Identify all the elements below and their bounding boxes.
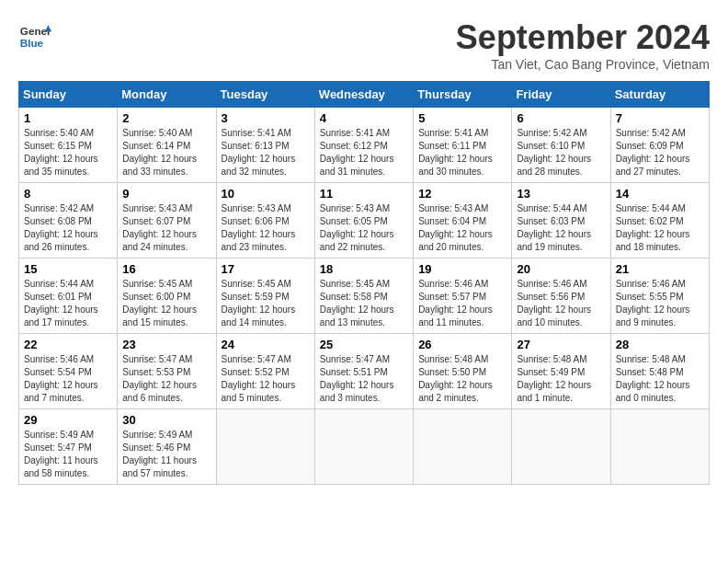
day-number: 27 (517, 338, 605, 351)
table-row (512, 409, 610, 485)
day-number: 25 (320, 338, 408, 351)
day-number: 5 (418, 111, 506, 125)
day-info: Sunrise: 5:44 AM Sunset: 6:03 PM Dayligh… (517, 202, 605, 254)
table-row: 28Sunrise: 5:48 AM Sunset: 5:48 PM Dayli… (610, 334, 709, 409)
table-row: 6Sunrise: 5:42 AM Sunset: 6:10 PM Daylig… (512, 108, 610, 183)
table-row: 20Sunrise: 5:46 AM Sunset: 5:56 PM Dayli… (512, 259, 610, 334)
day-number: 16 (122, 262, 210, 276)
table-row: 7Sunrise: 5:42 AM Sunset: 6:09 PM Daylig… (610, 108, 709, 183)
calendar-table: Sunday Monday Tuesday Wednesday Thursday… (18, 81, 710, 485)
day-info: Sunrise: 5:47 AM Sunset: 5:51 PM Dayligh… (320, 353, 408, 405)
day-info: Sunrise: 5:44 AM Sunset: 6:01 PM Dayligh… (24, 278, 112, 329)
day-number: 15 (24, 262, 112, 276)
table-row: 16Sunrise: 5:45 AM Sunset: 6:00 PM Dayli… (118, 259, 216, 334)
day-number: 1 (24, 111, 112, 125)
table-row: 11Sunrise: 5:43 AM Sunset: 6:05 PM Dayli… (314, 183, 413, 259)
day-info: Sunrise: 5:43 AM Sunset: 6:07 PM Dayligh… (122, 202, 210, 254)
table-row: 1Sunrise: 5:40 AM Sunset: 6:15 PM Daylig… (19, 108, 118, 183)
day-info: Sunrise: 5:49 AM Sunset: 5:47 PM Dayligh… (24, 429, 112, 480)
calendar-week-row: 1Sunrise: 5:40 AM Sunset: 6:15 PM Daylig… (19, 108, 710, 183)
day-number: 8 (24, 187, 112, 201)
table-row (216, 409, 314, 485)
day-info: Sunrise: 5:47 AM Sunset: 5:53 PM Dayligh… (122, 353, 210, 405)
day-info: Sunrise: 5:46 AM Sunset: 5:57 PM Dayligh… (418, 278, 506, 329)
page-subtitle: Tan Viet, Cao Bang Province, Vietnam (456, 57, 710, 72)
calendar-week-row: 22Sunrise: 5:46 AM Sunset: 5:54 PM Dayli… (19, 334, 710, 409)
day-info: Sunrise: 5:42 AM Sunset: 6:09 PM Dayligh… (616, 127, 704, 178)
header-tuesday: Tuesday (216, 82, 314, 108)
table-row: 4Sunrise: 5:41 AM Sunset: 6:12 PM Daylig… (314, 108, 413, 183)
day-number: 30 (122, 413, 210, 427)
day-number: 6 (517, 111, 605, 125)
header-monday: Monday (118, 82, 216, 108)
day-number: 11 (320, 187, 408, 201)
day-info: Sunrise: 5:44 AM Sunset: 6:02 PM Dayligh… (616, 202, 704, 254)
table-row: 19Sunrise: 5:46 AM Sunset: 5:57 PM Dayli… (414, 259, 512, 334)
page-title: September 2024 (456, 18, 710, 57)
table-row: 29Sunrise: 5:49 AM Sunset: 5:47 PM Dayli… (19, 409, 118, 485)
calendar-week-row: 15Sunrise: 5:44 AM Sunset: 6:01 PM Dayli… (19, 259, 710, 334)
day-info: Sunrise: 5:48 AM Sunset: 5:49 PM Dayligh… (517, 353, 605, 405)
day-info: Sunrise: 5:45 AM Sunset: 5:59 PM Dayligh… (222, 278, 310, 329)
table-row: 9Sunrise: 5:43 AM Sunset: 6:07 PM Daylig… (118, 183, 216, 259)
header-saturday: Saturday (610, 82, 709, 108)
day-info: Sunrise: 5:43 AM Sunset: 6:04 PM Dayligh… (418, 202, 506, 254)
day-info: Sunrise: 5:45 AM Sunset: 5:58 PM Dayligh… (320, 278, 408, 329)
day-number: 10 (222, 187, 310, 201)
day-info: Sunrise: 5:41 AM Sunset: 6:12 PM Dayligh… (320, 127, 408, 178)
day-number: 13 (517, 187, 605, 201)
table-row: 30Sunrise: 5:49 AM Sunset: 5:46 PM Dayli… (118, 409, 216, 485)
day-info: Sunrise: 5:46 AM Sunset: 5:55 PM Dayligh… (616, 278, 704, 329)
day-number: 4 (320, 111, 408, 125)
day-number: 2 (122, 111, 210, 125)
day-info: Sunrise: 5:40 AM Sunset: 6:14 PM Dayligh… (122, 127, 210, 178)
table-row: 15Sunrise: 5:44 AM Sunset: 6:01 PM Dayli… (19, 259, 118, 334)
header-thursday: Thursday (414, 82, 512, 108)
table-row: 26Sunrise: 5:48 AM Sunset: 5:50 PM Dayli… (414, 334, 512, 409)
table-row: 2Sunrise: 5:40 AM Sunset: 6:14 PM Daylig… (118, 108, 216, 183)
table-row (314, 409, 413, 485)
generalblue-icon: General Blue (18, 18, 51, 52)
day-number: 14 (616, 187, 704, 201)
day-info: Sunrise: 5:47 AM Sunset: 5:52 PM Dayligh… (222, 353, 310, 405)
table-row: 21Sunrise: 5:46 AM Sunset: 5:55 PM Dayli… (610, 259, 709, 334)
day-number: 26 (418, 338, 506, 351)
day-info: Sunrise: 5:41 AM Sunset: 6:13 PM Dayligh… (222, 127, 310, 178)
day-number: 7 (616, 111, 704, 125)
day-number: 17 (222, 262, 310, 276)
calendar-week-row: 29Sunrise: 5:49 AM Sunset: 5:47 PM Dayli… (19, 409, 710, 485)
table-row: 3Sunrise: 5:41 AM Sunset: 6:13 PM Daylig… (216, 108, 314, 183)
table-row (414, 409, 512, 485)
header-wednesday: Wednesday (314, 82, 413, 108)
table-row: 27Sunrise: 5:48 AM Sunset: 5:49 PM Dayli… (512, 334, 610, 409)
table-row: 17Sunrise: 5:45 AM Sunset: 5:59 PM Dayli… (216, 259, 314, 334)
table-row: 8Sunrise: 5:42 AM Sunset: 6:08 PM Daylig… (19, 183, 118, 259)
day-number: 24 (222, 338, 310, 351)
day-info: Sunrise: 5:46 AM Sunset: 5:56 PM Dayligh… (517, 278, 605, 329)
table-row: 22Sunrise: 5:46 AM Sunset: 5:54 PM Dayli… (19, 334, 118, 409)
table-row: 13Sunrise: 5:44 AM Sunset: 6:03 PM Dayli… (512, 183, 610, 259)
logo: General Blue (18, 18, 51, 52)
table-row: 25Sunrise: 5:47 AM Sunset: 5:51 PM Dayli… (314, 334, 413, 409)
day-info: Sunrise: 5:43 AM Sunset: 6:05 PM Dayligh… (320, 202, 408, 254)
day-number: 19 (418, 262, 506, 276)
day-number: 29 (24, 413, 112, 427)
day-info: Sunrise: 5:45 AM Sunset: 6:00 PM Dayligh… (122, 278, 210, 329)
day-number: 18 (320, 262, 408, 276)
day-number: 3 (222, 111, 310, 125)
day-number: 21 (616, 262, 704, 276)
header-sunday: Sunday (19, 82, 118, 108)
table-row: 23Sunrise: 5:47 AM Sunset: 5:53 PM Dayli… (118, 334, 216, 409)
day-info: Sunrise: 5:42 AM Sunset: 6:10 PM Dayligh… (517, 127, 605, 178)
day-number: 22 (24, 338, 112, 351)
day-info: Sunrise: 5:49 AM Sunset: 5:46 PM Dayligh… (122, 429, 210, 480)
day-info: Sunrise: 5:48 AM Sunset: 5:50 PM Dayligh… (418, 353, 506, 405)
day-number: 20 (517, 262, 605, 276)
svg-text:Blue: Blue (20, 37, 44, 49)
header-friday: Friday (512, 82, 610, 108)
table-row (610, 409, 709, 485)
table-row: 5Sunrise: 5:41 AM Sunset: 6:11 PM Daylig… (414, 108, 512, 183)
day-info: Sunrise: 5:48 AM Sunset: 5:48 PM Dayligh… (616, 353, 704, 405)
day-number: 28 (616, 338, 704, 351)
title-section: September 2024 Tan Viet, Cao Bang Provin… (456, 18, 710, 72)
